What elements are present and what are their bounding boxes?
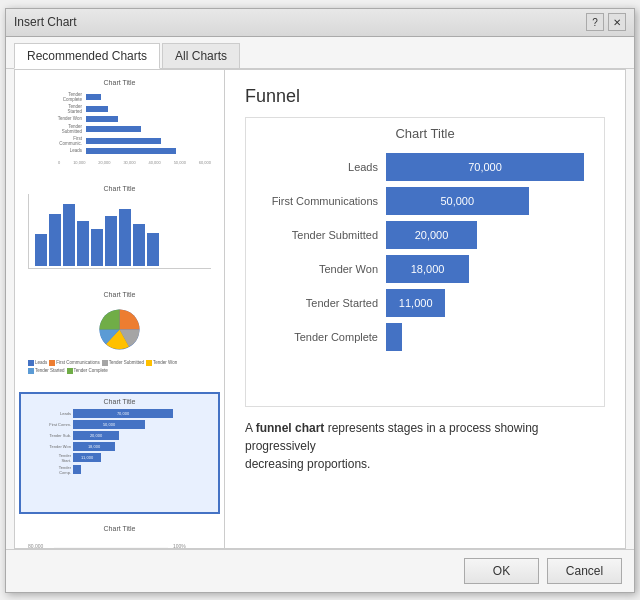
funnel-row-tender-won: Tender Won 18,000 <box>266 255 584 283</box>
funnel-row-tender-started: Tender Started 11,000 <box>266 289 584 317</box>
tab-recommended[interactable]: Recommended Charts <box>14 43 160 69</box>
thumb-hbar-title: Chart Title <box>24 79 215 86</box>
line-chart-svg: 80,000 70,000 60,000 50,000 40,000 30,00… <box>28 538 196 548</box>
dialog-title: Insert Chart <box>14 15 77 29</box>
selected-chart-name: Funnel <box>245 86 605 107</box>
tab-all-charts[interactable]: All Charts <box>162 43 240 68</box>
close-button[interactable]: ✕ <box>608 13 626 31</box>
funnel-row-leads: Leads 70,000 <box>266 153 584 181</box>
thumb-pie-title: Chart Title <box>24 291 215 298</box>
content-area: Chart Title Tender Complete Tender Start… <box>14 69 626 549</box>
chart-description: A funnel chart represents stages in a pr… <box>245 419 605 473</box>
tabs-bar: Recommended Charts All Charts <box>6 37 634 69</box>
chart-preview-panel: Funnel Chart Title Leads 70,000 First Co… <box>225 70 625 548</box>
chart-thumb-hbar[interactable]: Chart Title Tender Complete Tender Start… <box>19 74 220 174</box>
chart-preview: Chart Title Leads 70,000 First Communica… <box>245 117 605 407</box>
dialog-footer: OK Cancel <box>6 549 634 592</box>
chart-thumb-pie[interactable]: Chart Title <box>19 286 220 386</box>
insert-chart-dialog: Insert Chart ? ✕ Recommended Charts All … <box>5 8 635 593</box>
chart-thumb-funnel[interactable]: Chart Title Leads 70,000 First Comm. 50,… <box>19 392 220 514</box>
chart-thumb-line[interactable]: Chart Title 80,000 70,000 60,000 50,000 … <box>19 520 220 548</box>
funnel-row-tender-complete: Tender Complete <box>266 323 584 351</box>
help-button[interactable]: ? <box>586 13 604 31</box>
funnel-row-first-comm: First Communications 50,000 <box>266 187 584 215</box>
svg-text:80,000: 80,000 <box>28 543 44 548</box>
preview-chart-title: Chart Title <box>246 126 604 141</box>
thumb-col-title: Chart Title <box>24 185 215 192</box>
title-bar-buttons: ? ✕ <box>586 13 626 31</box>
funnel-preview: Leads 70,000 First Communications 50,000… <box>246 153 604 351</box>
ok-button[interactable]: OK <box>464 558 539 584</box>
thumb-hbar-bars: Tender Complete Tender Started Tender Wo… <box>24 88 215 158</box>
cancel-button[interactable]: Cancel <box>547 558 622 584</box>
chart-list[interactable]: Chart Title Tender Complete Tender Start… <box>15 70 225 548</box>
svg-text:100%: 100% <box>173 543 186 548</box>
funnel-row-tender-submitted: Tender Submitted 20,000 <box>266 221 584 249</box>
title-bar: Insert Chart ? ✕ <box>6 9 634 37</box>
thumb-funnel-title: Chart Title <box>25 398 214 405</box>
pie-svg <box>92 302 147 357</box>
thumb-line-title: Chart Title <box>24 525 215 532</box>
chart-thumb-column[interactable]: Chart Title <box>19 180 220 280</box>
